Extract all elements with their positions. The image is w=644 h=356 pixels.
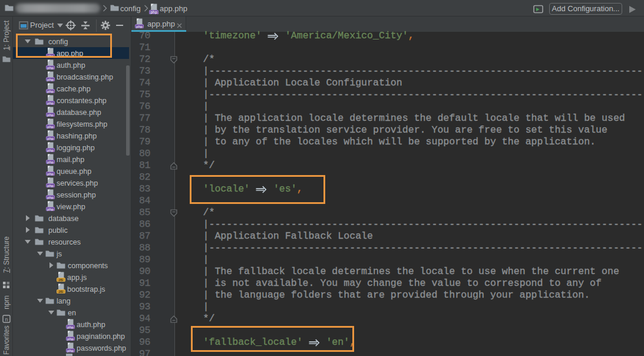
svg-text:php: php: [47, 101, 54, 105]
svg-text:php: php: [47, 172, 54, 176]
svg-text:php: php: [47, 90, 54, 93]
svg-text:php: php: [47, 160, 54, 164]
svg-text:php: php: [67, 349, 74, 352]
svg-text:php: php: [67, 325, 74, 329]
svg-text:php: php: [47, 125, 54, 128]
svg-text:php: php: [47, 149, 54, 152]
svg-text:n: n: [5, 317, 8, 322]
svg-text:php: php: [136, 25, 143, 28]
svg-text:php: php: [47, 184, 54, 187]
svg-text:php: php: [150, 10, 157, 14]
svg-text:php: php: [47, 66, 54, 70]
svg-text:php: php: [47, 137, 54, 140]
svg-text:php: php: [47, 196, 54, 199]
svg-text:php: php: [67, 337, 74, 341]
svg-text:php: php: [47, 113, 54, 117]
svg-text:php: php: [47, 207, 54, 211]
svg-text:JS: JS: [58, 290, 62, 294]
svg-text:JS: JS: [58, 278, 62, 282]
svg-text:php: php: [47, 78, 54, 81]
